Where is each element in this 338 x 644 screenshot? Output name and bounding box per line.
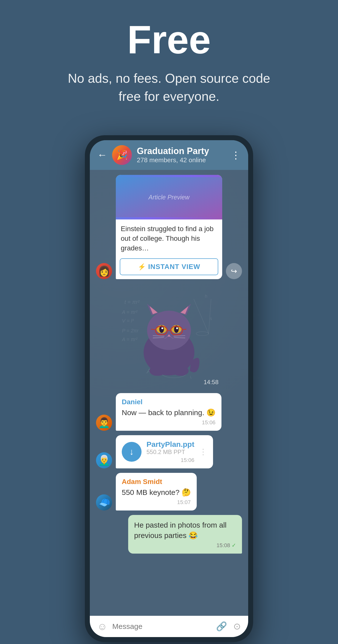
svg-line-33 — [151, 329, 156, 330]
attach-icon[interactable]: 🔗 — [216, 621, 227, 632]
phone-wrapper: ← 🎉 Graduation Party 278 members, 42 onl… — [0, 135, 338, 642]
time-adam: 15:07 — [122, 499, 191, 506]
user-avatar-adam: 🧢 — [96, 494, 112, 510]
share-button[interactable]: ↪ — [226, 263, 242, 279]
iv-btn-label: INSTANT VIEW — [148, 263, 200, 271]
msg-row-own: He pasted in photos from all previous pa… — [96, 515, 242, 554]
chat-info: Graduation Party 278 members, 42 online — [137, 146, 226, 164]
sender-adam: Adam Smidt — [122, 478, 191, 486]
sticker-row: t = πr² A = πr² V = l³ P = 2πr A = πr² s… — [96, 284, 242, 388]
instant-view-button[interactable]: ⚡ INSTANT VIEW — [120, 258, 218, 275]
time-daniel: 15:06 — [122, 419, 216, 426]
phone-outer: ← 🎉 Graduation Party 278 members, 42 onl… — [85, 135, 253, 642]
emoji-icon[interactable]: ☺ — [97, 621, 107, 632]
user-avatar-daniel: 👨‍🦱 — [96, 415, 112, 431]
sticker-container: t = πr² A = πr² V = l³ P = 2πr A = πr² s… — [117, 284, 221, 388]
chat-header: ← 🎉 Graduation Party 278 members, 42 onl… — [90, 140, 248, 170]
chat-name: Graduation Party — [137, 146, 226, 156]
cat-sticker-svg — [134, 296, 204, 376]
svg-point-39 — [149, 366, 166, 376]
more-button[interactable]: ⋮ — [231, 149, 241, 161]
chat-area: 👩 — [90, 170, 248, 616]
time-own: 15:08 ✓ — [134, 542, 236, 549]
chat-meta: 278 members, 42 online — [137, 156, 226, 164]
file-time: 15:06 — [146, 457, 194, 464]
file-bubble: ↓ PartyPlan.ppt 550.2 MB PPT 15:06 ⋮ — [116, 435, 213, 468]
svg-point-28 — [176, 328, 178, 329]
file-download-icon[interactable]: ↓ — [122, 442, 142, 462]
lightning-icon: ⚡ — [138, 263, 146, 271]
sender-daniel: Daniel — [122, 398, 216, 406]
iv-image: Article Preview — [116, 175, 222, 220]
sticker-time: 14:58 — [204, 379, 219, 386]
message-input[interactable] — [112, 622, 211, 630]
bubble-own: He pasted in photos from all previous pa… — [128, 515, 242, 554]
read-checkmark: ✓ — [232, 542, 236, 549]
back-button[interactable]: ← — [97, 149, 107, 160]
user-avatar-file: 👨‍🦳 — [96, 452, 112, 468]
svg-point-27 — [161, 328, 163, 329]
input-bar: ☺ 🔗 ⊙ — [90, 616, 248, 637]
bubble-adam: Adam Smidt 550 MB keynote? 🤔 15:07 — [116, 473, 197, 510]
input-right-icons: 🔗 ⊙ — [216, 621, 241, 632]
file-size: 550.2 MB PPT — [146, 448, 194, 456]
cat-sticker — [117, 284, 221, 388]
hero-section: Free No ads, no fees. Open source code f… — [0, 0, 338, 120]
camera-icon[interactable]: ⊙ — [233, 621, 241, 632]
user-avatar-1: 👩 — [96, 263, 112, 279]
text-adam: 550 MB keynote? 🤔 — [122, 487, 191, 498]
msg-row-file: 👨‍🦳 ↓ PartyPlan.ppt 550.2 MB PPT 15:06 ⋮ — [96, 435, 242, 468]
bubble-daniel: Daniel Now — back to planning. 😉 15:06 — [116, 393, 221, 431]
file-more-icon[interactable]: ⋮ — [199, 447, 207, 456]
msg-row-daniel: 👨‍🦱 Daniel Now — back to planning. 😉 15:… — [96, 393, 242, 431]
text-daniel: Now — back to planning. 😉 — [122, 408, 216, 418]
hero-title: Free — [10, 20, 328, 60]
svg-point-40 — [172, 366, 189, 376]
file-name: PartyPlan.ppt — [146, 440, 194, 448]
chat-avatar: 🎉 — [112, 145, 132, 165]
iv-text-preview: Einstein struggled to find a job out of … — [116, 220, 222, 256]
text-own: He pasted in photos from all previous pa… — [134, 520, 236, 541]
file-info: PartyPlan.ppt 550.2 MB PPT 15:06 — [146, 440, 194, 464]
instant-view-bubble: Article Preview Einstein struggled to fi… — [116, 175, 222, 280]
msg-row-instant-view: 👩 — [96, 175, 242, 280]
hero-subtitle: No ads, no fees. Open source code free f… — [58, 69, 280, 106]
phone-inner: ← 🎉 Graduation Party 278 members, 42 onl… — [90, 140, 248, 637]
svg-text:Article Preview: Article Preview — [148, 194, 190, 201]
svg-line-34 — [182, 329, 186, 330]
msg-row-adam: 🧢 Adam Smidt 550 MB keynote? 🤔 15:07 — [96, 473, 242, 510]
